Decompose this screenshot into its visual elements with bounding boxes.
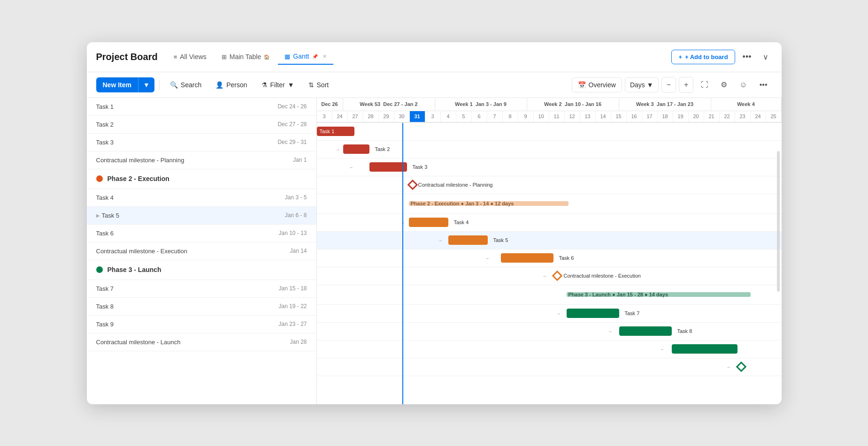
day-4: 4 xyxy=(441,111,456,122)
task5-bar[interactable] xyxy=(448,235,488,245)
content-area: Task 1 Dec 24 - 26 Task 2 Dec 27 - 28 Ta… xyxy=(87,98,782,404)
search-icon: 🔍 xyxy=(170,81,178,89)
tab-all-views[interactable]: ≡ All Views xyxy=(167,49,213,64)
phase-header-launch[interactable]: Phase 3 - Launch xyxy=(87,260,316,280)
gantt-row-task1: Task 1 xyxy=(317,123,782,141)
gantt-row-milestone-launch: → xyxy=(317,358,782,376)
task7-bar[interactable] xyxy=(567,309,619,318)
list-item[interactable]: Task 1 Dec 24 - 26 xyxy=(87,98,316,116)
phase-header-execution[interactable]: Phase 2 - Execution xyxy=(87,169,316,189)
titlebar-actions: + + Add to board ••• ∨ xyxy=(671,49,772,65)
day-19: 19 xyxy=(673,111,689,122)
gantt-row-phase3: Phase 3 - Launch ● Jan 15 - 28 ● 14 days xyxy=(317,285,782,305)
list-item[interactable]: Task 8 Jan 19 - 22 xyxy=(87,298,316,316)
day-9: 9 xyxy=(518,111,534,122)
settings-button[interactable]: ⚙ xyxy=(716,77,732,92)
emoji-button[interactable]: ☺ xyxy=(735,77,752,92)
list-item[interactable]: Task 7 Jan 15 - 18 xyxy=(87,280,316,298)
day-18: 18 xyxy=(658,111,673,122)
day-row: 3 24 27 28 29 30 31 3 4 5 6 7 8 9 10 11 xyxy=(317,111,782,122)
new-item-button[interactable]: New Item ▼ xyxy=(96,77,154,92)
tab-main-table[interactable]: ⊞ Main Table 🏠 xyxy=(215,49,276,64)
gantt-chart: Dec 26 Week 53 Dec 27 - Jan 2 Week 1 Jan… xyxy=(317,98,782,404)
list-item[interactable]: Contractual milestone - Execution Jan 14 xyxy=(87,242,316,260)
fullscreen-button[interactable]: ⛶ xyxy=(696,77,713,92)
milestone-planning-label: Contractual milestone - Planning xyxy=(418,182,493,188)
week-2: Week 2 Jan 10 - Jan 16 xyxy=(527,98,619,111)
overview-button[interactable]: 📅 Overview xyxy=(572,77,622,92)
gantt-row-task8: → Task 8 xyxy=(317,323,782,340)
main-table-icon: ⊞ xyxy=(222,53,227,60)
task3-bar[interactable] xyxy=(369,162,407,172)
zoom-in-button[interactable]: + xyxy=(679,77,693,93)
task1-bar[interactable]: Task 1 xyxy=(317,127,354,136)
week-dec26: Dec 26 xyxy=(317,98,343,111)
day-21: 21 xyxy=(704,111,720,122)
gantt-row-task3: → Task 3 xyxy=(317,159,782,176)
day-7: 7 xyxy=(487,111,503,122)
add-board-plus-icon: + xyxy=(678,53,682,60)
task8-label: Task 8 xyxy=(677,328,692,334)
vertical-scrollbar[interactable] xyxy=(777,151,780,292)
list-item[interactable]: Contractual milestone - Planning Jan 1 xyxy=(87,151,316,169)
filter-dropdown-icon: ▼ xyxy=(288,81,294,89)
add-to-board-button[interactable]: + + Add to board xyxy=(671,50,735,64)
list-item[interactable]: Task 6 Jan 10 - 13 xyxy=(87,225,316,242)
gantt-close-icon[interactable]: ✕ xyxy=(323,53,327,60)
days-dropdown-icon: ▼ xyxy=(647,81,653,89)
list-item-task5[interactable]: ▶ Task 5 Jan 6 - 8 xyxy=(87,207,316,225)
sort-icon: ⇅ xyxy=(308,81,314,89)
today-line xyxy=(402,123,403,404)
day-5: 5 xyxy=(456,111,472,122)
list-item[interactable]: Task 4 Jan 3 - 5 xyxy=(87,189,316,207)
gantt-pin-icon: 📌 xyxy=(312,54,318,59)
day-14: 14 xyxy=(596,111,611,122)
tab-gantt-label: Gantt xyxy=(293,53,309,60)
filter-icon: ⚗ xyxy=(261,81,268,89)
task9-bar[interactable] xyxy=(672,344,737,354)
day-30: 30 xyxy=(394,111,410,122)
filter-label: Filter xyxy=(270,81,285,89)
collapse-button[interactable]: ∨ xyxy=(759,50,772,64)
task6-bar[interactable] xyxy=(501,253,553,263)
new-item-dropdown-icon[interactable]: ▼ xyxy=(138,77,154,92)
task8-bar[interactable] xyxy=(619,326,672,336)
zoom-out-button[interactable]: − xyxy=(661,77,676,93)
main-table-pin-icon: 🏠 xyxy=(264,54,269,60)
search-button[interactable]: 🔍 Search xyxy=(164,78,207,92)
toolbar: New Item ▼ 🔍 Search 👤 Person ⚗ Filter ▼ … xyxy=(87,72,782,98)
person-button[interactable]: 👤 Person xyxy=(210,78,253,92)
gantt-header: Dec 26 Week 53 Dec 27 - Jan 2 Week 1 Jan… xyxy=(317,98,782,123)
gantt-row-task4: → Task 4 xyxy=(317,214,782,232)
day-24b: 24 xyxy=(751,111,766,122)
tab-gantt[interactable]: ▦ Gantt 📌 ✕ xyxy=(278,49,333,65)
phase-dot-green xyxy=(96,266,103,273)
gantt-row-task6: → Task 6 xyxy=(317,249,782,267)
day-16: 16 xyxy=(627,111,642,122)
week-1: Week 1 Jan 3 - Jan 9 xyxy=(435,98,527,111)
day-12: 12 xyxy=(565,111,580,122)
day-11: 11 xyxy=(549,111,565,122)
day-22: 22 xyxy=(720,111,735,122)
all-views-icon: ≡ xyxy=(174,53,177,60)
day-31: 31 xyxy=(410,111,425,122)
task2-bar[interactable] xyxy=(343,144,369,154)
filter-button[interactable]: ⚗ Filter ▼ xyxy=(256,78,300,92)
day-23: 23 xyxy=(735,111,751,122)
list-item[interactable]: Contractual milestone - Launch Jan 28 xyxy=(87,333,316,351)
left-panel: Task 1 Dec 24 - 26 Task 2 Dec 27 - 28 Ta… xyxy=(87,98,317,404)
list-item[interactable]: Task 2 Dec 27 - 28 xyxy=(87,116,316,134)
overview-label: Overview xyxy=(589,81,616,89)
overview-calendar-icon: 📅 xyxy=(578,81,586,89)
sort-button[interactable]: ⇅ Sort xyxy=(303,78,335,92)
list-item[interactable]: Task 3 Dec 29 - 31 xyxy=(87,134,316,151)
more-options-button[interactable]: ••• xyxy=(739,49,755,65)
days-select[interactable]: Days ▼ xyxy=(625,77,659,92)
task4-bar[interactable] xyxy=(409,218,448,227)
task3-label: Task 3 xyxy=(413,164,428,170)
gantt-body: Task 1 → Task 2 → Task 3 xyxy=(317,123,782,404)
task4-label: Task 4 xyxy=(454,219,469,225)
list-item[interactable]: Task 9 Jan 23 - 27 xyxy=(87,316,316,333)
day-24: 24 xyxy=(332,111,348,122)
more-gantt-button[interactable]: ••• xyxy=(755,77,772,92)
